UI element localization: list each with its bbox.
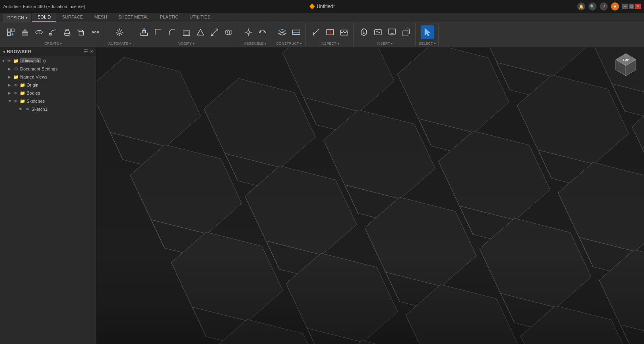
draft-button[interactable]: [194, 25, 207, 39]
tree-item-sketches[interactable]: ▼ 👁 📁 Sketches: [0, 97, 96, 105]
new-component-button[interactable]: [4, 25, 18, 39]
svg-line-28: [211, 29, 218, 36]
fillet-button[interactable]: [151, 25, 165, 39]
measure-button[interactable]: [309, 25, 323, 39]
sketches-eye[interactable]: 👁: [13, 98, 19, 104]
title-bar: Autodesk Fusion 360 (Education License) …: [0, 0, 644, 13]
tab-utilities[interactable]: UTILITIES: [184, 13, 216, 22]
tab-mesh[interactable]: MESH: [89, 13, 113, 22]
app-title: Autodesk Fusion 360 (Education License): [3, 4, 85, 9]
svg-rect-15: [79, 31, 84, 35]
revolve-button[interactable]: [32, 25, 46, 39]
insert-label[interactable]: INSERT ▾: [377, 41, 393, 46]
chamfer-button[interactable]: [165, 25, 179, 39]
motion-link-button[interactable]: [256, 25, 269, 39]
select-icons: [421, 24, 434, 41]
tree-item-named-views[interactable]: ▶ 📁 Named Views: [0, 73, 96, 81]
search-icon[interactable]: 🔍: [588, 2, 597, 10]
minimize-button[interactable]: ─: [622, 4, 628, 9]
origin-label: Origin: [27, 83, 38, 87]
insert-canvas-button[interactable]: [385, 25, 399, 39]
shell-button[interactable]: [180, 25, 193, 39]
joint-button[interactable]: [242, 25, 255, 39]
nav-cube-svg: TOP: [612, 52, 640, 80]
insert-derive-button[interactable]: [357, 25, 371, 39]
inspect-label[interactable]: INSPECT ▾: [321, 41, 339, 46]
select-label[interactable]: SELECT ▾: [419, 41, 436, 46]
assemble-group: ASSEMBLE ▾: [239, 23, 272, 46]
svg-line-43: [313, 29, 319, 35]
automate-group: AUTOMATE ▾: [106, 23, 134, 46]
root-eye[interactable]: 👁: [6, 58, 12, 64]
construct-label[interactable]: CONSTRUCT ▾: [276, 41, 302, 46]
collapse-icon[interactable]: ◀: [2, 50, 5, 54]
section-button[interactable]: [323, 25, 337, 39]
origin-icon: 📁: [19, 82, 26, 88]
nav-cube[interactable]: TOP: [612, 52, 640, 80]
bodies-eye[interactable]: 👁: [13, 90, 19, 96]
tab-sheet-metal[interactable]: SHEET METAL: [113, 13, 154, 22]
assemble-label[interactable]: ASSEMBLE ▾: [244, 41, 266, 46]
svg-marker-26: [197, 29, 204, 35]
combine-button[interactable]: [222, 25, 235, 39]
browser-filter-icon[interactable]: ☰: [84, 49, 88, 54]
tab-row: DESIGN ▾ SOLID SURFACE MESH SHEET METAL …: [0, 13, 644, 22]
origin-eye[interactable]: 👁: [13, 82, 19, 88]
tree-item-doc-settings[interactable]: ▶ ⚙ Document Settings: [0, 65, 96, 73]
viewport[interactable]: TOP: [97, 48, 644, 344]
tree-item-bodies[interactable]: ▶ 👁 📁 Bodies: [0, 89, 96, 97]
maximize-button[interactable]: □: [629, 4, 634, 9]
offset-plane-button[interactable]: [275, 25, 289, 39]
svg-rect-5: [22, 32, 28, 35]
named-views-label: Named Views: [20, 75, 47, 79]
extrude-button[interactable]: [18, 25, 32, 39]
insert-group: INSERT ▾: [355, 23, 416, 46]
browser-tree: ▼ 👁 📁 (Unsaved) ⚙ ▶ ⚙ Document Settings …: [0, 56, 96, 344]
tree-item-root[interactable]: ▼ 👁 📁 (Unsaved) ⚙: [0, 57, 96, 65]
midplane-button[interactable]: [289, 25, 303, 39]
insert-decal-button[interactable]: [399, 25, 413, 39]
viewport-canvas[interactable]: [97, 48, 644, 344]
window-controls: ─ □ ✕: [622, 4, 641, 9]
main-area: ◀ BROWSER ☰ ✕ ▼ 👁 📁 (Unsaved) ⚙ ▶ ⚙ Docu…: [0, 48, 644, 344]
design-dropdown[interactable]: DESIGN ▾: [3, 14, 32, 22]
doc-settings-icon: ⚙: [13, 66, 19, 72]
browser-close-icon[interactable]: ✕: [90, 49, 94, 54]
origin-arrow: ▶: [8, 83, 13, 87]
tab-plastic[interactable]: PLASTIC: [154, 13, 184, 22]
create-label[interactable]: CREATE ▾: [44, 41, 62, 46]
automate-button[interactable]: [109, 25, 130, 39]
help-icon[interactable]: ?: [600, 2, 608, 10]
sketch1-eye[interactable]: 👁: [18, 106, 23, 112]
sketch1-label: Sketch1: [31, 107, 47, 112]
select-group: SELECT ▾: [417, 23, 439, 46]
loft-button[interactable]: [60, 25, 74, 39]
sweep-button[interactable]: [46, 25, 60, 39]
automate-label[interactable]: AUTOMATE ▾: [108, 41, 131, 46]
more-create-button[interactable]: [89, 25, 102, 39]
box-button[interactable]: [74, 25, 88, 39]
svg-point-12: [66, 29, 68, 31]
root-folder-icon: 📁: [13, 58, 19, 64]
modify-group: MODIFY ▾: [135, 23, 238, 46]
tab-solid[interactable]: SOLID: [32, 13, 56, 22]
insert-svg-button[interactable]: [371, 25, 385, 39]
modify-label[interactable]: MODIFY ▾: [178, 41, 195, 46]
construct-icons: [275, 24, 303, 41]
tools-row: CREATE ▾ AUTOMATE ▾: [0, 22, 644, 47]
press-pull-button[interactable]: [137, 25, 151, 39]
select-button[interactable]: [421, 25, 434, 39]
display-section-button[interactable]: [337, 25, 351, 39]
root-settings-icon[interactable]: ⚙: [43, 59, 46, 63]
tree-item-origin[interactable]: ▶ 👁 📁 Origin: [0, 81, 96, 89]
insert-icons: [357, 24, 413, 41]
sketches-label: Sketches: [27, 99, 45, 104]
user-avatar[interactable]: A: [611, 2, 619, 10]
window-title: 🔶Untitled*: [309, 4, 335, 9]
scale-button[interactable]: [208, 25, 221, 39]
notification-icon[interactable]: 🔔: [577, 2, 585, 10]
tree-item-sketch1[interactable]: 👁 ✏ Sketch1: [0, 105, 96, 113]
tab-surface[interactable]: SURFACE: [56, 13, 89, 22]
named-views-arrow: ▶: [8, 75, 13, 79]
close-button[interactable]: ✕: [635, 4, 641, 9]
